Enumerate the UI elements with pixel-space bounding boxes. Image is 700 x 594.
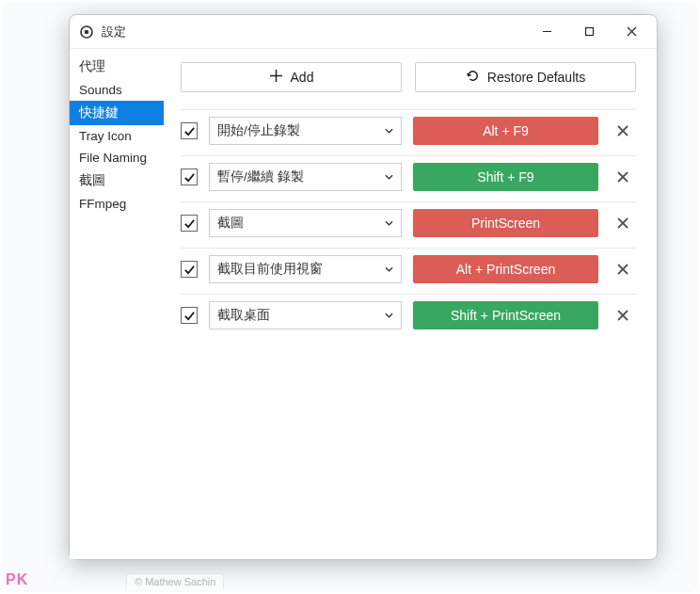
hotkey-action-dropdown[interactable]: 截取目前使用視窗 [209,255,402,283]
hotkey-key-button[interactable]: Alt + F9 [413,117,598,145]
chevron-down-icon [385,263,393,277]
hotkey-action-label: 截取目前使用視窗 [217,261,323,278]
hotkey-enabled-checkbox[interactable] [181,169,198,185]
close-button[interactable] [611,18,653,46]
watermark: PK [6,571,28,588]
hotkey-row: 開始/停止錄製Alt + F9 [181,109,636,152]
hotkey-delete-button[interactable] [610,164,636,190]
sidebar-item-sounds[interactable]: Sounds [70,79,164,101]
sidebar-item-filenaming[interactable]: File Naming [70,147,164,169]
add-button[interactable]: Add [181,62,402,92]
chevron-down-icon [385,124,393,138]
chevron-down-icon [385,309,393,323]
hotkey-key-button[interactable]: PrintScreen [413,209,598,237]
chevron-down-icon [385,170,393,185]
hotkey-action-label: 截取桌面 [217,307,270,324]
hotkey-delete-button[interactable] [610,256,636,282]
hotkey-key-button[interactable]: Shift + PrintScreen [413,301,598,329]
hotkey-row: 截取目前使用視窗Alt + PrintScreen [181,248,636,290]
settings-dialog: 設定 代理Sounds快捷鍵Tray IconFile Naming截圖FFmp… [69,14,658,560]
minimize-button[interactable] [526,18,568,46]
hotkey-delete-button[interactable] [610,118,636,144]
hotkey-enabled-checkbox[interactable] [181,122,198,139]
restore-icon [466,69,480,86]
app-icon [79,24,94,40]
svg-rect-3 [586,28,594,36]
hotkey-key-button[interactable]: Alt + PrintScreen [413,255,598,283]
hotkey-list: 開始/停止錄製Alt + F9暫停/繼續 錄製Shift + F9截圖Print… [169,109,636,336]
hotkey-delete-button[interactable] [610,302,636,329]
sidebar: 代理Sounds快捷鍵Tray IconFile Naming截圖FFmpeg [70,49,164,559]
titlebar: 設定 [70,15,657,49]
chevron-down-icon [385,217,393,231]
hotkey-enabled-checkbox[interactable] [181,215,198,232]
hotkey-action-label: 截圖 [217,215,244,232]
copyright-label: © Mathew Sachin [126,573,224,589]
restore-defaults-label: Restore Defaults [487,70,585,85]
main-panel: Add Restore Defaults 開始/停止錄製Alt + F9暫停/繼… [164,49,657,559]
sidebar-item-ffmpeg[interactable]: FFmpeg [70,193,164,215]
hotkey-action-label: 暫停/繼續 錄製 [217,169,304,185]
hotkey-key-button[interactable]: Shift + F9 [413,163,598,191]
hotkey-row: 截取桌面Shift + PrintScreen [181,294,636,336]
add-button-label: Add [291,70,314,85]
hotkey-enabled-checkbox[interactable] [181,307,198,324]
window-title: 設定 [102,24,126,40]
sidebar-item-hotkeys[interactable]: 快捷鍵 [70,101,164,125]
hotkey-delete-button[interactable] [610,210,636,236]
svg-point-1 [85,29,89,34]
restore-defaults-button[interactable]: Restore Defaults [415,62,636,92]
hotkey-action-label: 開始/停止錄製 [217,122,300,139]
plus-icon [269,69,283,86]
hotkey-action-dropdown[interactable]: 開始/停止錄製 [209,117,402,145]
hotkey-row: 暫停/繼續 錄製Shift + F9 [181,155,636,198]
hotkey-action-dropdown[interactable]: 暫停/繼續 錄製 [209,163,402,191]
hotkey-enabled-checkbox[interactable] [181,261,198,278]
sidebar-item-proxy[interactable]: 代理 [70,55,164,79]
hotkey-row: 截圖PrintScreen [181,201,636,244]
hotkey-action-dropdown[interactable]: 截圖 [209,209,402,237]
maximize-button[interactable] [568,18,611,46]
sidebar-item-trayicon[interactable]: Tray Icon [70,125,164,147]
hotkey-action-dropdown[interactable]: 截取桌面 [209,301,402,329]
sidebar-item-screenshot[interactable]: 截圖 [70,169,164,193]
